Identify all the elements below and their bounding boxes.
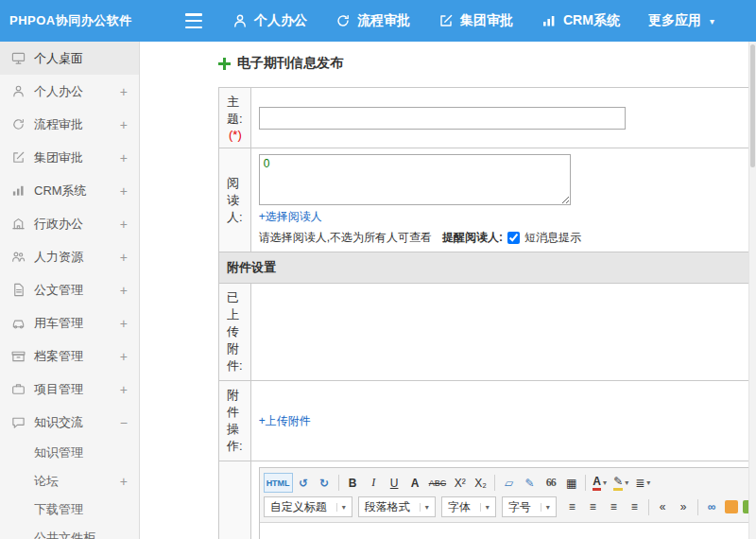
undo-button[interactable]: ↺ xyxy=(294,473,314,493)
expand-icon[interactable]: + xyxy=(120,250,128,265)
uploaded-label: 已上传附件: xyxy=(227,290,243,373)
scrollbar-thumb[interactable] xyxy=(750,44,755,167)
link-button[interactable]: ∞ xyxy=(702,497,722,517)
subscript-button[interactable]: X₂ xyxy=(471,473,490,493)
nav-more-apps[interactable]: 更多应用 ▾ xyxy=(648,12,714,29)
caret-down-icon: ▾ xyxy=(710,16,714,26)
expand-icon[interactable]: + xyxy=(120,84,128,99)
sidebar-subitem-download-mgmt[interactable]: 下载管理 xyxy=(0,496,139,524)
expand-icon[interactable]: + xyxy=(120,349,128,364)
align-right-button[interactable]: ≡ xyxy=(604,497,624,517)
select-readers-link[interactable]: +选择阅读人 xyxy=(259,210,322,223)
uploaded-value-cell xyxy=(250,284,756,381)
highlight-color-button[interactable]: ✎ ▾ xyxy=(610,473,631,493)
expand-icon[interactable]: + xyxy=(120,474,128,489)
expand-icon[interactable]: + xyxy=(120,316,128,331)
expand-icon[interactable]: + xyxy=(120,382,128,397)
readers-label-cell: 阅读人: xyxy=(219,148,251,252)
expand-icon[interactable]: − xyxy=(120,415,128,430)
image-icon[interactable] xyxy=(725,500,738,513)
attachment-ops-label: 附件操作: xyxy=(227,388,243,453)
sidebar-subitem-label: 公共文件柜 xyxy=(34,530,124,539)
app-logo[interactable]: PHPOA协同办公软件 xyxy=(0,12,185,29)
nav-label: CRM系统 xyxy=(563,12,620,29)
nav-crm[interactable]: CRM系统 xyxy=(541,12,620,29)
align-justify-button[interactable]: ≡ xyxy=(625,497,644,517)
sidebar-item-hr[interactable]: 人力资源 + xyxy=(0,240,139,273)
bold-button[interactable]: B xyxy=(343,473,363,493)
content-label-cell: 内容:(*) xyxy=(219,461,251,539)
html-source-button[interactable]: HTML xyxy=(264,473,293,493)
caret-down-icon: ▾ xyxy=(420,503,429,512)
font-color-button[interactable]: A ▾ xyxy=(590,473,610,493)
sidebar-item-personal-desktop[interactable]: 个人桌面 xyxy=(0,42,139,75)
sms-notify-checkbox[interactable] xyxy=(507,232,520,244)
sync-icon xyxy=(11,117,26,131)
list-button[interactable]: ≣ ▾ xyxy=(632,473,653,493)
expand-icon[interactable]: + xyxy=(120,117,128,132)
font-attributes-button[interactable]: A xyxy=(405,473,425,493)
underline-button[interactable]: U xyxy=(385,473,404,493)
sidebar-item-workflow-approval[interactable]: 流程审批 + xyxy=(0,108,139,141)
sidebar-item-vehicle-mgmt[interactable]: 用车管理 + xyxy=(0,306,139,339)
nav-label: 流程审批 xyxy=(357,12,410,29)
sidebar-subitem-label: 知识管理 xyxy=(34,444,124,461)
editor-content-area[interactable] xyxy=(260,523,756,539)
heading-style-dropdown[interactable]: 自定义标题 ▾ xyxy=(264,496,352,517)
align-left-button[interactable]: ≡ xyxy=(562,497,582,517)
redo-button[interactable]: ↻ xyxy=(315,473,335,493)
sidebar-subitem-knowledge-mgmt[interactable]: 知识管理 xyxy=(0,439,139,467)
expand-icon[interactable]: + xyxy=(120,283,128,298)
page-title: 电子期刊信息发布 xyxy=(237,55,343,72)
sidebar-subitem-label: 论坛 xyxy=(34,473,116,490)
superscript-button[interactable]: X² xyxy=(450,473,470,493)
outdent-button[interactable]: « xyxy=(653,497,673,517)
readers-row: 阅读人: 0 +选择阅读人 请选择阅读人,不选为所有人可查看 提醒阅读人: 短消… xyxy=(219,148,756,252)
attachment-ops-value-cell: +上传附件 xyxy=(250,381,756,461)
page-scrollbar[interactable] xyxy=(748,42,756,539)
dropdown-label: 自定义标题 xyxy=(270,499,327,515)
nav-group-approval[interactable]: 集团审批 xyxy=(438,12,513,29)
paragraph-format-dropdown[interactable]: 段落格式 ▾ xyxy=(358,496,436,517)
sidebar-item-admin-office[interactable]: 行政办公 + xyxy=(0,207,139,240)
nav-workflow-approval[interactable]: 流程审批 xyxy=(335,12,410,29)
people-icon xyxy=(11,250,26,264)
dropdown-label: 字体 xyxy=(448,499,471,515)
eraser-button[interactable]: ▱ xyxy=(499,473,519,493)
sidebar-item-knowledge-exchange[interactable]: 知识交流 − xyxy=(0,406,139,439)
hamburger-menu-icon[interactable] xyxy=(185,13,204,28)
expand-icon[interactable]: + xyxy=(120,217,128,232)
sidebar-item-document-mgmt[interactable]: 公文管理 + xyxy=(0,273,139,306)
sidebar-item-personal-office[interactable]: 个人办公 + xyxy=(0,75,139,108)
chat-icon xyxy=(11,415,26,429)
strikethrough-button[interactable]: ABC xyxy=(426,473,450,493)
readers-textarea[interactable]: 0 xyxy=(259,154,571,205)
font-size-dropdown[interactable]: 字号 ▾ xyxy=(502,496,557,517)
sidebar-item-project-mgmt[interactable]: 项目管理 + xyxy=(0,373,139,406)
upload-attachment-link[interactable]: +上传附件 xyxy=(259,414,311,427)
sidebar-subitem-forum[interactable]: 论坛 + xyxy=(0,467,139,496)
toolbar-separator xyxy=(697,499,698,515)
attachment-ops-row: 附件操作: +上传附件 xyxy=(219,381,756,461)
font-family-dropdown[interactable]: 字体 ▾ xyxy=(441,496,496,517)
align-center-button[interactable]: ≡ xyxy=(583,497,603,517)
hamburger-bar xyxy=(185,20,202,23)
italic-button[interactable]: I xyxy=(364,473,384,493)
table-button[interactable]: ▦ xyxy=(561,473,581,493)
expand-icon[interactable]: + xyxy=(120,183,128,199)
indent-button[interactable]: » xyxy=(674,497,694,517)
subject-input[interactable] xyxy=(259,107,626,130)
edit-icon xyxy=(438,13,454,28)
readers-value-cell: 0 +选择阅读人 请选择阅读人,不选为所有人可查看 提醒阅读人: 短消息提示 xyxy=(250,148,756,252)
sidebar-item-group-approval[interactable]: 集团审批 + xyxy=(0,141,139,174)
sidebar-subitem-public-cabinet[interactable]: 公共文件柜 xyxy=(0,524,139,539)
expand-icon[interactable]: + xyxy=(120,150,128,165)
caret-down-icon: ▾ xyxy=(336,503,346,512)
format-painter-button[interactable]: ✎ xyxy=(520,473,540,493)
blockquote-button[interactable]: 66 xyxy=(541,473,560,493)
sidebar-item-archive-mgmt[interactable]: 档案管理 + xyxy=(0,339,139,373)
sidebar-item-crm[interactable]: CRM系统 + xyxy=(0,174,139,207)
nav-personal-office[interactable]: 个人办公 xyxy=(232,12,307,29)
sidebar-item-label: 集团审批 xyxy=(34,149,116,166)
person-icon xyxy=(11,84,26,98)
